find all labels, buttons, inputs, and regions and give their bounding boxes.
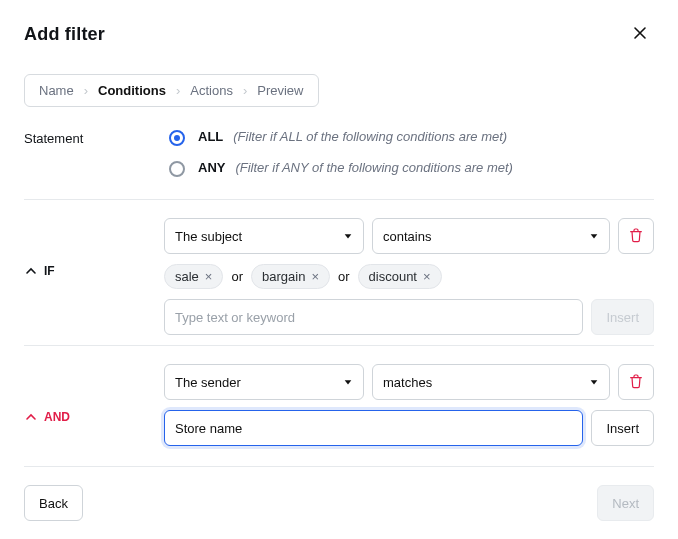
chevron-right-icon: › xyxy=(243,83,247,98)
delete-condition-button[interactable] xyxy=(618,218,654,254)
collapse-if[interactable]: IF xyxy=(24,222,55,278)
caret-down-icon xyxy=(343,375,353,390)
tag-chip[interactable]: discount × xyxy=(358,264,442,289)
tag-chip[interactable]: sale × xyxy=(164,264,223,289)
caret-down-icon xyxy=(589,375,599,390)
statement-section: Statement ALL (Filter if ALL of the foll… xyxy=(24,127,654,189)
add-filter-dialog: Add filter Name › Conditions › Actions ›… xyxy=(0,0,678,539)
radio-all-code: ALL xyxy=(198,129,223,144)
tag-label: discount xyxy=(369,269,417,284)
chevron-up-icon xyxy=(24,410,38,424)
condition-controls: The sender matches xyxy=(164,364,654,446)
tag-line: sale × or bargain × or discount × xyxy=(164,264,654,289)
stepper: Name › Conditions › Actions › Preview xyxy=(24,74,319,107)
trash-icon xyxy=(628,373,644,392)
close-icon xyxy=(633,26,647,43)
field-select[interactable]: The sender xyxy=(164,364,364,400)
trash-icon xyxy=(628,227,644,246)
connector-col: AND xyxy=(24,364,164,446)
tag-label: sale xyxy=(175,269,199,284)
field-value: The subject xyxy=(175,229,242,244)
operator-value: matches xyxy=(383,375,432,390)
chevron-right-icon: › xyxy=(84,83,88,98)
keyword-input[interactable] xyxy=(164,410,583,446)
input-line: Insert xyxy=(164,299,654,335)
remove-tag-icon[interactable]: × xyxy=(311,269,319,284)
chevron-right-icon: › xyxy=(176,83,180,98)
tag-or: or xyxy=(338,269,350,284)
delete-condition-button[interactable] xyxy=(618,364,654,400)
step-preview[interactable]: Preview xyxy=(257,83,303,98)
input-line: Insert xyxy=(164,410,654,446)
insert-button[interactable]: Insert xyxy=(591,410,654,446)
dialog-footer: Back Next xyxy=(24,466,654,521)
remove-tag-icon[interactable]: × xyxy=(205,269,213,284)
dialog-title: Add filter xyxy=(24,24,105,45)
caret-down-icon xyxy=(343,229,353,244)
remove-tag-icon[interactable]: × xyxy=(423,269,431,284)
tag-or: or xyxy=(231,269,243,284)
condition-and: AND The sender matches xyxy=(24,345,654,446)
next-button[interactable]: Next xyxy=(597,485,654,521)
condition-controls: The subject contains xyxy=(164,218,654,335)
radio-all-desc: (Filter if ALL of the following conditio… xyxy=(233,129,507,144)
step-conditions[interactable]: Conditions xyxy=(98,83,166,98)
statement-option-any[interactable]: ANY (Filter if ANY of the following cond… xyxy=(164,158,654,177)
chevron-up-icon xyxy=(24,264,38,278)
field-select[interactable]: The subject xyxy=(164,218,364,254)
selector-line: The sender matches xyxy=(164,364,654,400)
statement-options: ALL (Filter if ALL of the following cond… xyxy=(164,127,654,189)
connector-label: AND xyxy=(44,410,70,424)
insert-button[interactable]: Insert xyxy=(591,299,654,335)
selector-line: The subject contains xyxy=(164,218,654,254)
connector-label: IF xyxy=(44,264,55,278)
condition-if: IF The subject contains xyxy=(24,199,654,335)
back-button[interactable]: Back xyxy=(24,485,83,521)
statement-label: Statement xyxy=(24,127,164,189)
statement-option-all[interactable]: ALL (Filter if ALL of the following cond… xyxy=(164,127,654,146)
dialog-header: Add filter xyxy=(24,20,654,48)
connector-col: IF xyxy=(24,218,164,335)
caret-down-icon xyxy=(589,229,599,244)
close-button[interactable] xyxy=(626,20,654,48)
operator-select[interactable]: matches xyxy=(372,364,610,400)
keyword-input[interactable] xyxy=(164,299,583,335)
radio-any-desc: (Filter if ANY of the following conditio… xyxy=(235,160,512,175)
tag-chip[interactable]: bargain × xyxy=(251,264,330,289)
radio-any-code: ANY xyxy=(198,160,225,175)
operator-select[interactable]: contains xyxy=(372,218,610,254)
step-actions[interactable]: Actions xyxy=(190,83,233,98)
field-value: The sender xyxy=(175,375,241,390)
radio-any[interactable] xyxy=(169,161,185,177)
collapse-and[interactable]: AND xyxy=(24,368,70,424)
radio-all[interactable] xyxy=(169,130,185,146)
tag-label: bargain xyxy=(262,269,305,284)
operator-value: contains xyxy=(383,229,431,244)
step-name[interactable]: Name xyxy=(39,83,74,98)
